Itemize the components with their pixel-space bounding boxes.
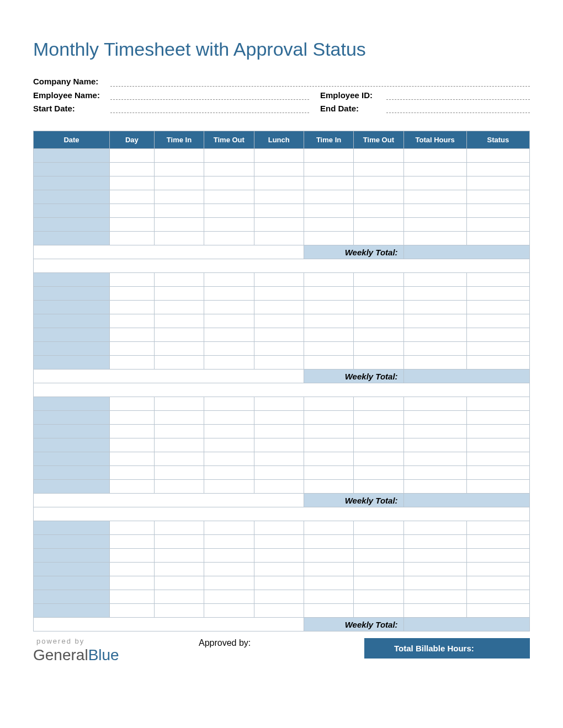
- cell[interactable]: [34, 190, 110, 204]
- cell[interactable]: [34, 176, 110, 190]
- cell[interactable]: [254, 452, 304, 466]
- cell[interactable]: [109, 163, 154, 176]
- cell[interactable]: [466, 452, 529, 466]
- cell[interactable]: [403, 576, 466, 590]
- cell[interactable]: [154, 342, 204, 356]
- cell[interactable]: [403, 314, 466, 328]
- cell[interactable]: [466, 576, 529, 590]
- cell[interactable]: [354, 466, 403, 480]
- cell[interactable]: [304, 563, 353, 576]
- cell[interactable]: [304, 314, 353, 328]
- cell[interactable]: [466, 590, 529, 604]
- cell[interactable]: [466, 549, 529, 563]
- cell[interactable]: [354, 425, 403, 438]
- employee-name-field[interactable]: [110, 90, 309, 100]
- cell[interactable]: [204, 466, 254, 480]
- cell[interactable]: [254, 218, 304, 232]
- cell[interactable]: [304, 218, 353, 232]
- cell[interactable]: [204, 356, 254, 370]
- cell[interactable]: [204, 438, 254, 452]
- cell[interactable]: [204, 521, 254, 535]
- cell[interactable]: [204, 204, 254, 218]
- cell[interactable]: [354, 287, 403, 301]
- cell[interactable]: [354, 411, 403, 425]
- cell[interactable]: [354, 176, 403, 190]
- cell[interactable]: [466, 301, 529, 314]
- cell[interactable]: [403, 204, 466, 218]
- cell[interactable]: [254, 576, 304, 590]
- cell[interactable]: [34, 204, 110, 218]
- cell[interactable]: [154, 576, 204, 590]
- cell[interactable]: [254, 549, 304, 563]
- cell[interactable]: [466, 425, 529, 438]
- cell[interactable]: [304, 604, 353, 618]
- cell[interactable]: [204, 328, 254, 342]
- cell[interactable]: [403, 604, 466, 618]
- cell[interactable]: [109, 232, 154, 245]
- cell[interactable]: [254, 287, 304, 301]
- cell[interactable]: [109, 535, 154, 549]
- cell[interactable]: [204, 176, 254, 190]
- cell[interactable]: [304, 356, 353, 370]
- cell[interactable]: [354, 314, 403, 328]
- cell[interactable]: [254, 328, 304, 342]
- cell[interactable]: [354, 218, 403, 232]
- cell[interactable]: [109, 576, 154, 590]
- cell[interactable]: [154, 521, 204, 535]
- cell[interactable]: [403, 425, 466, 438]
- cell[interactable]: [354, 342, 403, 356]
- cell[interactable]: [354, 190, 403, 204]
- cell[interactable]: [34, 163, 110, 176]
- employee-id-field[interactable]: [386, 90, 530, 100]
- cell[interactable]: [403, 438, 466, 452]
- cell[interactable]: [204, 411, 254, 425]
- cell[interactable]: [403, 163, 466, 176]
- cell[interactable]: [304, 287, 353, 301]
- cell[interactable]: [34, 411, 110, 425]
- cell[interactable]: [403, 590, 466, 604]
- cell[interactable]: [34, 466, 110, 480]
- total-billable-value[interactable]: [474, 644, 522, 653]
- cell[interactable]: [354, 535, 403, 549]
- cell[interactable]: [204, 425, 254, 438]
- cell[interactable]: [466, 314, 529, 328]
- cell[interactable]: [154, 466, 204, 480]
- cell[interactable]: [109, 590, 154, 604]
- cell[interactable]: [34, 535, 110, 549]
- cell[interactable]: [154, 480, 204, 494]
- cell[interactable]: [403, 328, 466, 342]
- cell[interactable]: [354, 232, 403, 245]
- cell[interactable]: [254, 590, 304, 604]
- cell[interactable]: [254, 314, 304, 328]
- cell[interactable]: [354, 301, 403, 314]
- cell[interactable]: [34, 590, 110, 604]
- cell[interactable]: [254, 204, 304, 218]
- company-name-field[interactable]: [110, 77, 530, 87]
- cell[interactable]: [403, 273, 466, 287]
- cell[interactable]: [204, 149, 254, 163]
- cell[interactable]: [204, 563, 254, 576]
- cell[interactable]: [204, 480, 254, 494]
- cell[interactable]: [34, 356, 110, 370]
- cell[interactable]: [354, 273, 403, 287]
- cell[interactable]: [154, 425, 204, 438]
- cell[interactable]: [254, 163, 304, 176]
- cell[interactable]: [109, 356, 154, 370]
- cell[interactable]: [304, 149, 353, 163]
- cell[interactable]: [304, 273, 353, 287]
- cell[interactable]: [304, 480, 353, 494]
- cell[interactable]: [254, 273, 304, 287]
- cell[interactable]: [154, 535, 204, 549]
- cell[interactable]: [403, 342, 466, 356]
- cell[interactable]: [254, 521, 304, 535]
- cell[interactable]: [154, 176, 204, 190]
- cell[interactable]: [109, 149, 154, 163]
- cell[interactable]: [254, 466, 304, 480]
- cell[interactable]: [109, 425, 154, 438]
- cell[interactable]: [466, 176, 529, 190]
- cell[interactable]: [403, 397, 466, 411]
- cell[interactable]: [204, 190, 254, 204]
- cell[interactable]: [109, 176, 154, 190]
- cell[interactable]: [154, 397, 204, 411]
- cell[interactable]: [204, 604, 254, 618]
